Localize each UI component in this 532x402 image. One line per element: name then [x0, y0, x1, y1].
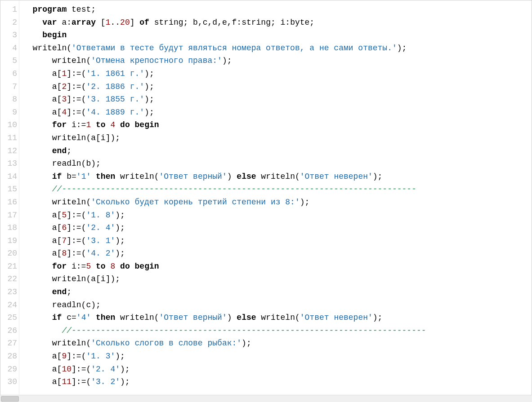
- token-pln: [91, 313, 96, 322]
- code-line[interactable]: a[5]:=('1. 8');: [23, 209, 532, 222]
- token-pln: ;: [67, 287, 72, 296]
- token-pln: a[: [52, 249, 62, 258]
- token-pln: ]:=(: [67, 95, 86, 104]
- token-str: '4. 2': [86, 249, 115, 258]
- token-str: '2. 1886 г.': [86, 82, 144, 91]
- line-number: 20: [0, 247, 17, 260]
- token-cmt: //--------------------------------------…: [52, 185, 416, 194]
- token-kw: else: [237, 172, 256, 181]
- line-number: 21: [0, 260, 17, 273]
- code-area[interactable]: program test; var a:array [1..20] of str…: [19, 0, 532, 402]
- token-pln: [115, 262, 120, 271]
- line-number: 24: [0, 299, 17, 312]
- token-kw: do: [120, 262, 130, 271]
- code-line[interactable]: writeln('Сколько слогов в слове рыбак:')…: [23, 337, 532, 350]
- code-line[interactable]: a[6]:=('2. 4');: [23, 221, 532, 234]
- code-line[interactable]: var a:array [1..20] of string; b,c,d,e,f…: [23, 16, 532, 29]
- token-str: '1. 3': [86, 352, 115, 361]
- token-pln: ]:=(: [67, 108, 86, 117]
- token-kw: of: [139, 18, 149, 27]
- code-line[interactable]: a[11]:=('3. 2');: [23, 375, 532, 389]
- token-pln: );: [115, 249, 125, 258]
- token-str: '3. 1': [86, 236, 115, 245]
- token-pln: a[: [52, 377, 62, 386]
- line-number: 19: [0, 234, 17, 247]
- token-pln: );: [144, 69, 154, 78]
- token-kw: begin: [42, 31, 67, 40]
- scrollbar-thumb[interactable]: [1, 396, 19, 402]
- line-number: 26: [0, 324, 17, 337]
- line-number: 13: [0, 157, 17, 170]
- token-pln: readln(b);: [52, 159, 101, 168]
- code-line[interactable]: a[7]:=('3. 1');: [23, 234, 532, 247]
- code-line[interactable]: a[9]:=('1. 3');: [23, 350, 532, 363]
- code-line[interactable]: program test;: [23, 3, 532, 16]
- token-pln: writeln(: [33, 44, 72, 53]
- code-line[interactable]: writeln(a[i]);: [23, 132, 532, 145]
- code-line[interactable]: for i:=5 to 8 do begin: [23, 260, 532, 273]
- token-pln: writeln(: [256, 313, 300, 322]
- token-pln: a[: [52, 82, 62, 91]
- code-line[interactable]: readln(b);: [23, 157, 532, 170]
- token-pln: a[: [52, 108, 62, 117]
- token-num: 8: [110, 262, 115, 271]
- token-str: '1': [76, 172, 91, 181]
- token-pln: );: [115, 223, 125, 232]
- token-pln: i:=: [67, 262, 86, 271]
- token-pln: [91, 172, 96, 181]
- line-number: 11: [0, 132, 17, 145]
- token-pln: [106, 262, 111, 271]
- token-kw: then: [96, 313, 115, 322]
- code-line[interactable]: if c='4' then writeln('Ответ верный') el…: [23, 311, 532, 324]
- token-num: 20: [120, 18, 130, 27]
- token-str: '4': [76, 313, 91, 322]
- token-pln: ]:=(: [72, 377, 91, 386]
- token-pln: ): [227, 172, 237, 181]
- token-pln: ]: [130, 18, 140, 27]
- token-pln: a[: [52, 365, 62, 374]
- horizontal-scrollbar[interactable]: [0, 395, 532, 402]
- code-line[interactable]: a[1]:=('1. 1861 г.');: [23, 67, 532, 80]
- code-line[interactable]: writeln(a[i]);: [23, 273, 532, 286]
- code-line[interactable]: readln(c);: [23, 299, 532, 312]
- line-number: 18: [0, 221, 17, 234]
- token-pln: [91, 262, 96, 271]
- token-num: 10: [62, 365, 72, 374]
- token-kw: else: [237, 313, 256, 322]
- code-line[interactable]: writeln('Отмена крепостного права:');: [23, 54, 532, 67]
- token-pln: );: [300, 198, 310, 207]
- line-number: 4: [0, 42, 17, 55]
- code-line[interactable]: a[2]:=('2. 1886 г.');: [23, 80, 532, 93]
- code-line[interactable]: //--------------------------------------…: [23, 183, 532, 196]
- token-pln: ]:=(: [67, 211, 86, 220]
- token-pln: [130, 120, 135, 129]
- line-number: 2: [0, 16, 17, 29]
- line-number: 22: [0, 273, 17, 286]
- token-kw: to: [96, 120, 106, 129]
- code-line[interactable]: //--------------------------------------…: [23, 324, 532, 337]
- code-line[interactable]: a[3]:=('3. 1855 г.');: [23, 93, 532, 106]
- code-line[interactable]: a[8]:=('4. 2');: [23, 247, 532, 260]
- code-line[interactable]: for i:=1 to 4 do begin: [23, 119, 532, 132]
- token-kw: then: [96, 172, 115, 181]
- line-number: 7: [0, 80, 17, 93]
- token-pln: a[: [52, 211, 62, 220]
- token-pln: b=: [62, 172, 76, 181]
- code-line[interactable]: writeln('Ответами в тесте будут являться…: [23, 42, 532, 55]
- line-number: 5: [0, 54, 17, 67]
- token-pln: );: [120, 377, 130, 386]
- code-editor[interactable]: 1234567891011121314151617181920212223242…: [0, 0, 532, 402]
- token-pln: );: [115, 211, 125, 220]
- token-pln: c=: [62, 313, 76, 322]
- code-line[interactable]: if b='1' then writeln('Ответ верный') el…: [23, 170, 532, 183]
- token-str: 'Ответ верный': [159, 172, 227, 181]
- token-num: 4: [62, 108, 67, 117]
- token-pln: );: [115, 352, 125, 361]
- code-line[interactable]: end;: [23, 286, 532, 299]
- token-str: '3. 1855 г.': [86, 95, 144, 104]
- code-line[interactable]: end;: [23, 145, 532, 158]
- code-line[interactable]: a[4]:=('4. 1889 г.');: [23, 106, 532, 119]
- code-line[interactable]: a[10]:=('2. 4');: [23, 363, 532, 376]
- code-line[interactable]: writeln('Сколько будет корень третий сте…: [23, 196, 532, 209]
- code-line[interactable]: begin: [23, 29, 532, 42]
